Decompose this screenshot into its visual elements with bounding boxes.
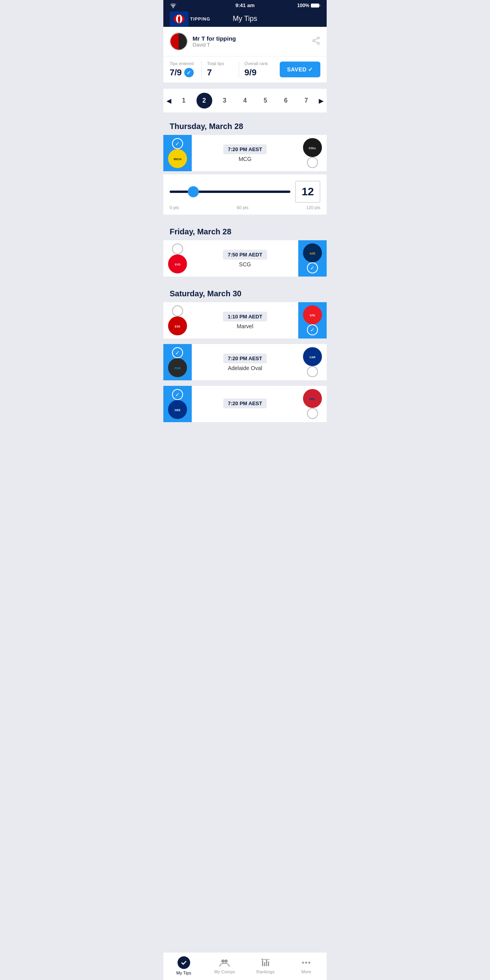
- svg-point-35: [224, 959, 228, 963]
- svg-point-10: [313, 40, 315, 42]
- away-team-side-stkilda[interactable]: STK ✓: [298, 302, 327, 339]
- match-essendon-stkilda[interactable]: ESS 1:10 PM AEDT Marvel STK ✓: [163, 302, 327, 339]
- my-comps-icon: [219, 958, 230, 968]
- profile-section: Mr T for tipping David T: [163, 27, 327, 56]
- stkilda-logo: STK: [303, 305, 322, 324]
- away-team-side-adelaide[interactable]: ADE ✓: [298, 240, 327, 277]
- sydney-logo: SYD: [168, 254, 187, 273]
- profile-sub: David T: [193, 42, 236, 48]
- profile-details: Mr T for tipping David T: [193, 35, 236, 48]
- svg-text:ESS: ESS: [175, 325, 180, 328]
- svg-text:POR: POR: [174, 367, 180, 370]
- margin-value-box: 12: [295, 181, 320, 203]
- my-comps-label: My Comps: [214, 969, 235, 974]
- round-7-button[interactable]: 7: [298, 93, 314, 108]
- essendon-logo: ESS: [168, 316, 187, 335]
- away-team-radio-carlton[interactable]: [307, 366, 318, 377]
- round-5-button[interactable]: 5: [258, 93, 273, 108]
- match-venue-essendon: Marvel: [237, 323, 253, 329]
- tips-entered-check: ✓: [184, 68, 194, 77]
- home-team-side-essendon[interactable]: ESS: [163, 302, 192, 339]
- home-team-radio-portadelaide[interactable]: ✓: [172, 347, 183, 358]
- app-header: AFL TIPPING My Tips: [163, 11, 327, 27]
- saved-button[interactable]: SAVED ✓: [280, 62, 320, 77]
- geelong-logo: GEE: [168, 400, 187, 419]
- svg-point-0: [173, 7, 174, 8]
- home-team-side-richmond[interactable]: ✓ RICH: [163, 135, 192, 171]
- prev-round-button[interactable]: ◀: [166, 97, 171, 105]
- tips-entered-value: 7/9 ✓: [170, 67, 201, 78]
- svg-rect-39: [268, 961, 269, 966]
- round-3-button[interactable]: 3: [217, 93, 232, 108]
- day-header-saturday: Saturday, March 30: [163, 283, 327, 302]
- slider-mid-label: 60 pts: [237, 205, 249, 210]
- svg-point-8: [318, 37, 320, 39]
- melbourne-logo: MEL: [303, 389, 322, 408]
- home-team-side-geelong[interactable]: ✓ GEE: [163, 386, 192, 422]
- home-team-radio-essendon[interactable]: [172, 305, 183, 316]
- match-time-essendon: 1:10 PM AEDT: [223, 312, 267, 322]
- away-team-side-collingwood[interactable]: COLL: [298, 135, 327, 171]
- round-4-button[interactable]: 4: [237, 93, 253, 108]
- away-team-radio-collingwood[interactable]: [307, 157, 318, 168]
- home-team-side-sydney[interactable]: SYD: [163, 240, 192, 277]
- home-team-radio-sydney[interactable]: [172, 243, 183, 254]
- slider-labels: 0 pts 60 pts 120 pts: [170, 205, 320, 210]
- margin-slider-thumb[interactable]: [188, 186, 199, 197]
- away-team-radio-melbourne[interactable]: [307, 408, 318, 419]
- profile-info: Mr T for tipping David T: [170, 32, 236, 50]
- wifi-icon: [170, 3, 177, 8]
- svg-rect-1: [311, 4, 319, 7]
- svg-point-45: [309, 962, 310, 964]
- round-1-button[interactable]: 1: [176, 93, 192, 108]
- svg-text:MEL: MEL: [310, 398, 316, 400]
- home-team-radio-richmond[interactable]: ✓: [172, 138, 183, 149]
- nav-more[interactable]: More: [286, 952, 327, 980]
- match-richmond-collingwood[interactable]: ✓ RICH 7:20 PM AEST MCG COLL: [163, 135, 327, 171]
- away-team-radio-adelaide[interactable]: ✓: [307, 262, 318, 273]
- match-time-richmond: 7:20 PM AEST: [223, 144, 267, 154]
- home-team-side-portadelaide[interactable]: ✓ POR: [163, 344, 192, 380]
- home-team-radio-geelong[interactable]: ✓: [172, 389, 183, 400]
- svg-text:RICH: RICH: [174, 157, 181, 161]
- match-sydney-adelaide[interactable]: SYD 7:50 PM AEDT SCG ADE ✓: [163, 240, 327, 277]
- svg-text:GEE: GEE: [175, 409, 181, 411]
- day-header-thursday: Thursday, March 28: [163, 116, 327, 135]
- match-time-geelong: 7:20 PM AEST: [223, 398, 267, 408]
- afl-logo: AFL TIPPING: [170, 11, 210, 26]
- nav-rankings[interactable]: Rankings: [245, 952, 286, 980]
- more-icon: [301, 958, 311, 968]
- overall-rank-value: 9/9: [245, 67, 276, 78]
- svg-rect-38: [266, 960, 267, 966]
- match-venue-portadelaide: Adelaide Oval: [228, 365, 262, 371]
- match-venue-richmond: MCG: [239, 156, 252, 162]
- slider-max-label: 120 pts: [306, 205, 320, 210]
- match-center-portadelaide-carlton: 7:20 PM AEST Adelaide Oval: [192, 350, 298, 374]
- svg-point-43: [302, 962, 304, 964]
- nav-my-comps[interactable]: My Comps: [204, 952, 245, 980]
- round-2-button[interactable]: 2: [196, 93, 212, 108]
- share-icon[interactable]: [312, 36, 320, 47]
- away-team-side-melbourne[interactable]: MEL: [298, 386, 327, 422]
- match-time-portadelaide: 7:20 PM AEST: [223, 353, 267, 363]
- svg-line-11: [314, 38, 318, 40]
- away-team-radio-stkilda[interactable]: ✓: [307, 324, 318, 335]
- svg-text:CAR: CAR: [309, 356, 315, 359]
- afl-tipping-label: TIPPING: [190, 17, 210, 21]
- rankings-label: Rankings: [256, 969, 275, 974]
- match-geelong-melbourne[interactable]: ✓ GEE 7:20 PM AEST MEL: [163, 386, 327, 422]
- away-team-side-carlton[interactable]: CAR: [298, 344, 327, 380]
- next-round-button[interactable]: ▶: [319, 97, 324, 105]
- avatar: [170, 32, 188, 50]
- svg-rect-37: [264, 962, 265, 966]
- svg-text:STK: STK: [310, 314, 315, 317]
- slider-min-label: 0 pts: [170, 205, 179, 210]
- match-portadelaide-carlton[interactable]: ✓ POR 7:20 PM AEST Adelaide Oval CAR: [163, 344, 327, 380]
- status-time: 9:41 am: [197, 2, 293, 8]
- match-center-geelong-melbourne: 7:20 PM AEST: [192, 395, 298, 413]
- svg-line-12: [314, 41, 318, 43]
- round-6-button[interactable]: 6: [278, 93, 294, 108]
- nav-my-tips[interactable]: My Tips: [163, 952, 204, 980]
- my-tips-icon: [178, 956, 190, 969]
- battery-icon: [311, 3, 320, 8]
